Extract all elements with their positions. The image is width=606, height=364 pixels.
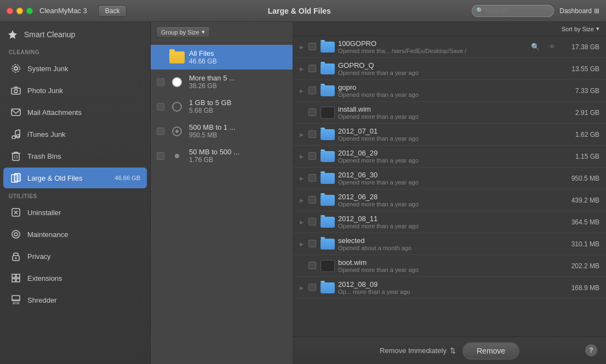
expand-icon[interactable]: ▶ [300,198,305,203]
expand-icon[interactable]: ▶ [300,176,305,181]
sidebar: Smart Cleanup Cleaning System Junk Photo… [0,22,151,364]
500mb-1gb-checkbox[interactable] [157,128,164,135]
more-than-5-name: More than 5 ... [189,74,287,82]
right-item-boot-wim[interactable]: boot.wim Opened more than a year ago 202… [293,255,606,277]
selected-checkbox[interactable] [308,240,317,249]
1gb-5gb-checkbox[interactable] [157,103,164,111]
minimize-button[interactable] [16,8,23,14]
2012-06-28-checkbox[interactable] [308,196,317,205]
all-files-folder-icon [169,50,185,65]
right-item-gopro-q[interactable]: ▶ GOPRO_Q Opened more than a year ago 13… [293,58,606,80]
right-item-install-wim[interactable]: install.wim Opened more than a year ago … [293,102,606,124]
selected-sub: Opened about a month ago [338,245,558,251]
sidebar-item-mail-attachments[interactable]: Mail Attachments [3,102,147,123]
remove-immediately-button[interactable]: Remove Immediately ⇅ [380,346,456,355]
sidebar-item-shredder[interactable]: Shredder [3,290,147,310]
maximize-button[interactable] [26,8,33,14]
search-action-icon[interactable]: 🔍 [529,42,542,52]
more-than-5-checkbox[interactable] [157,78,164,86]
help-button[interactable]: ? [585,344,597,356]
sidebar-item-system-junk[interactable]: System Junk [3,58,147,79]
100gopro-sub: Opened more tha... /sers/FedEx/Desktop/S… [338,48,525,54]
expand-icon[interactable]: ▶ [300,285,305,291]
shredder-label: Shredder [27,296,140,304]
sidebar-item-smart-cleanup[interactable]: Smart Cleanup [0,22,150,45]
expand-icon[interactable]: ▶ [300,241,305,247]
middle-item-more-than-5[interactable]: More than 5 ... 38.26 GB [151,70,293,94]
gopro-checkbox[interactable] [308,86,317,95]
sidebar-item-photo-junk[interactable]: Photo Junk [3,80,147,101]
right-item-2012-06-28[interactable]: ▶ 2012_06_28 Opened more than a year ago… [293,189,606,211]
2012-06-30-checkbox[interactable] [308,174,317,183]
sort-by-button[interactable]: Sort by Size ▾ [562,25,599,32]
boot-wim-checkbox[interactable] [308,262,317,270]
sidebar-item-large-old-files[interactable]: Large & Old Files 46.66 GB [3,167,147,188]
close-button[interactable] [7,8,13,14]
right-item-gopro[interactable]: ▶ gopro Opened more than a year ago 7.33… [293,80,606,102]
gopro-q-folder-icon [321,63,335,74]
expand-icon[interactable]: ▶ [300,132,305,137]
right-item-selected[interactable]: ▶ selected Opened about a month ago 310.… [293,233,606,255]
middle-item-1gb-5gb[interactable]: 1 GB to 5 GB 5.68 GB [151,94,293,119]
sidebar-item-itunes-junk[interactable]: iTunes Junk [3,124,147,145]
remove-button[interactable]: Remove [462,342,519,360]
2012-06-29-checkbox[interactable] [308,152,317,161]
middle-panel: Group by Size ▾ All Files 46.66 GB [151,22,293,364]
500mb-1gb-radio [169,124,185,139]
50mb-500mb-checkbox[interactable] [157,152,164,160]
more-than-5-check[interactable] [156,78,165,86]
main-layout: Smart Cleanup Cleaning System Junk Photo… [0,22,606,364]
2012-07-01-checkbox[interactable] [308,130,317,139]
2012-08-11-checkbox[interactable] [308,218,317,227]
back-button[interactable]: Back [98,5,127,17]
sidebar-item-privacy[interactable]: Privacy [3,246,147,267]
expand-icon[interactable]: ▶ [300,219,305,225]
middle-item-all-files[interactable]: All Files 46.66 GB [151,45,293,70]
500mb-1gb-size: 950.5 MB [189,131,287,139]
expand-icon[interactable]: ▶ [300,88,305,94]
1gb-5gb-check[interactable] [156,102,165,111]
sort-chevron-icon: ▾ [596,25,599,32]
right-item-2012-06-30[interactable]: ▶ 2012_06_30 Opened more than a year ago… [293,167,606,189]
all-files-check[interactable] [156,53,165,62]
eye-action-icon[interactable]: 👁 [546,42,558,52]
svg-rect-26 [16,274,20,278]
cycle-icon: ⇅ [450,346,456,355]
right-item-2012-07-01[interactable]: ▶ 2012_07_01 Opened more than a year ago… [293,124,606,146]
sidebar-item-extensions[interactable]: Extensions [3,268,147,288]
right-item-100gopro[interactable]: ▶ 100GOPRO Opened more tha... /sers/FedE… [293,36,606,58]
right-item-2012-08-11[interactable]: ▶ 2012_08_11 Opened more than a year ago… [293,211,606,233]
group-by-button[interactable]: Group by Size ▾ [156,26,210,38]
gopro-q-checkbox[interactable] [308,65,317,73]
sidebar-item-trash-bins[interactable]: Trash Bins [3,146,147,166]
install-wim-checkbox[interactable] [308,108,317,117]
gopro-name: gopro [338,83,558,91]
100gopro-name: 100GOPRO [338,39,525,48]
svg-line-31 [15,302,15,304]
svg-rect-5 [12,109,20,115]
100gopro-checkbox[interactable] [308,43,317,51]
2012-06-29-folder-icon [321,151,335,162]
gopro-size: 7.33 GB [561,87,599,95]
500mb-1gb-check[interactable] [156,127,165,136]
sidebar-item-maintenance[interactable]: Maintenance [3,224,147,245]
more-than-5-radio [169,74,185,90]
2012-06-30-sub: Opened more than a year ago [338,179,558,186]
dashboard-button[interactable]: Dashboard ⊞ [559,7,599,15]
middle-item-500mb-1gb[interactable]: 500 MB to 1 ... 950.5 MB [151,119,293,143]
expand-icon[interactable]: ▶ [300,154,305,159]
sidebar-item-uninstaller[interactable]: Uninstaller [3,202,147,223]
right-item-2012-06-29[interactable]: ▶ 2012_06_29 Opened more than a year ago… [293,146,606,167]
svg-rect-27 [12,279,15,282]
middle-item-50mb-500mb[interactable]: 50 MB to 500 ... 1.76 GB [151,143,293,168]
expand-icon[interactable]: ▶ [300,44,305,50]
2012-08-09-checkbox[interactable] [308,284,317,292]
right-item-2012-08-09[interactable]: ▶ 2012_08_09 Op... more than a year ago … [293,277,606,299]
all-files-checkbox[interactable] [157,54,164,61]
2012-06-29-info: 2012_06_29 Opened more than a year ago [338,149,558,164]
mail-attachments-label: Mail Attachments [27,108,140,117]
50mb-500mb-check[interactable] [156,152,165,160]
expand-icon[interactable]: ▶ [300,66,305,72]
search-input[interactable] [472,5,554,17]
search-wrapper: 🔍 [472,5,554,17]
